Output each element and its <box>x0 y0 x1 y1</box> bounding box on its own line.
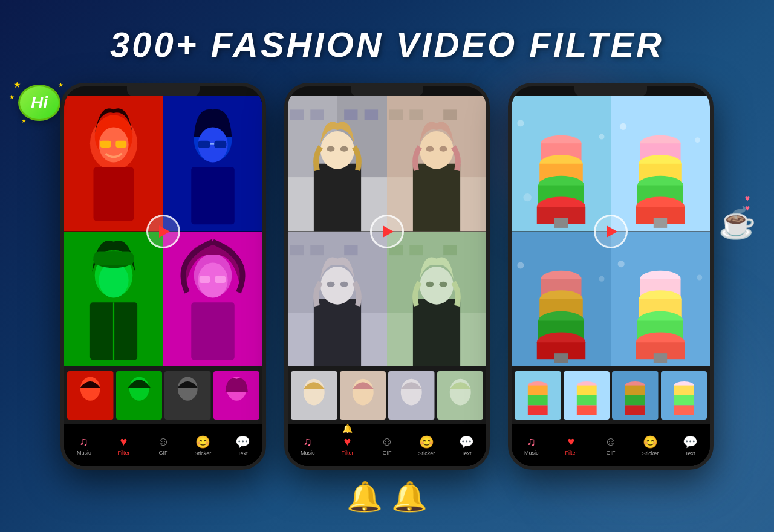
svg-rect-144 <box>528 385 548 395</box>
phones-container: ♫ Music ♥ Filter ☺ GIF 😊 Sticker 💬 T <box>0 83 774 470</box>
thumbnail-strip-2 <box>288 366 486 424</box>
video-grid-1 <box>64 96 262 366</box>
grid-cell-3-4 <box>611 232 710 367</box>
nav-sticker-1[interactable]: 😊 Sticker <box>188 435 218 456</box>
nav-music-1[interactable]: ♫ Music <box>69 435 99 456</box>
nav-gif-label-2: GIF <box>382 450 391 456</box>
bell-left: 🔔 <box>346 480 383 514</box>
nav-text-1[interactable]: 💬 Text <box>227 435 258 456</box>
thumbnail-3-4[interactable] <box>661 371 707 420</box>
gif-icon-2: ☺ <box>381 435 393 449</box>
svg-point-61 <box>320 267 354 305</box>
svg-rect-141 <box>654 353 667 363</box>
svg-point-70 <box>420 267 454 305</box>
music-icon-3: ♫ <box>527 435 536 449</box>
bell-right: 🔔 <box>391 480 428 514</box>
sticker-icon-3: 😊 <box>643 435 658 449</box>
play-button-2[interactable] <box>370 215 404 248</box>
thumbnail-1[interactable] <box>67 371 114 420</box>
svg-rect-25 <box>215 276 226 282</box>
cup-sticker: ♥♥ ☕ <box>718 206 756 241</box>
svg-rect-155 <box>625 395 645 405</box>
svg-rect-24 <box>200 276 210 282</box>
svg-rect-48 <box>389 109 403 120</box>
thumbnail-3-3[interactable] <box>612 371 659 420</box>
nav-sticker-label: Sticker <box>195 450 212 456</box>
svg-rect-160 <box>674 395 694 405</box>
nav-gif-1[interactable]: ☺ GIF <box>148 435 178 456</box>
svg-point-32 <box>178 377 198 400</box>
svg-rect-26 <box>191 302 235 360</box>
nav-music-2[interactable]: ♫ Music <box>293 435 323 456</box>
svg-point-128 <box>618 261 625 267</box>
svg-point-54 <box>439 146 447 152</box>
nav-sticker-2[interactable]: 😊 Sticker <box>412 435 442 456</box>
text-icon-3: 💬 <box>683 435 698 449</box>
nav-filter-label-3: Filter <box>565 450 577 456</box>
nav-text-label-2: Text <box>461 450 472 456</box>
svg-point-43 <box>320 131 354 169</box>
gif-icon-3: ☺ <box>605 435 617 449</box>
video-grid-2 <box>288 96 486 366</box>
play-button-3[interactable] <box>594 215 628 248</box>
grid-cell-2-2 <box>387 96 486 232</box>
thumbnail-3-1[interactable] <box>515 371 561 420</box>
svg-rect-11 <box>214 141 226 148</box>
thumbnail-4[interactable] <box>213 371 260 420</box>
svg-rect-111 <box>654 218 667 228</box>
nav-filter-1[interactable]: ♥ Filter <box>108 435 138 456</box>
thumbnail-2-3[interactable] <box>388 371 435 420</box>
thumbnail-3-2[interactable] <box>564 371 610 420</box>
svg-point-113 <box>517 262 524 268</box>
svg-rect-126 <box>554 353 568 363</box>
bell-deco: 🔔 <box>342 424 353 433</box>
phone-notch-3 <box>574 86 647 96</box>
thumbnail-2[interactable] <box>116 371 163 420</box>
hi-bubble: Hi <box>18 85 60 121</box>
svg-rect-42 <box>314 164 361 232</box>
bottom-nav-3: ♫ Music ♥ Filter ☺ GIF 😊 Sticker 💬 T <box>512 424 710 466</box>
phone-notch-2 <box>351 86 423 96</box>
nav-text-2[interactable]: 💬 Text <box>451 435 481 456</box>
nav-filter-2[interactable]: ♥ Filter 🔔 <box>332 435 362 456</box>
thumbnail-2-2[interactable] <box>340 371 386 420</box>
nav-filter-3[interactable]: ♥ Filter <box>556 435 586 456</box>
nav-sticker-label-2: Sticker <box>418 450 435 456</box>
nav-sticker-3[interactable]: 😊 Sticker <box>636 435 666 456</box>
svg-rect-6 <box>93 167 134 221</box>
grid-cell-3-3 <box>512 232 611 367</box>
nav-gif-3[interactable]: ☺ GIF <box>596 435 626 456</box>
nav-text-label-3: Text <box>685 450 695 456</box>
nav-text-label: Text <box>238 450 248 456</box>
svg-rect-154 <box>625 385 645 395</box>
svg-rect-149 <box>576 385 596 395</box>
svg-point-53 <box>426 146 434 152</box>
svg-rect-156 <box>625 405 645 415</box>
svg-rect-145 <box>528 395 548 405</box>
nav-gif-label: GIF <box>158 450 167 456</box>
svg-point-28 <box>80 377 100 400</box>
bottom-nav-2: ♫ Music ♥ Filter 🔔 ☺ GIF 😊 Sticker <box>288 424 486 466</box>
thumbnail-2-4[interactable] <box>437 371 484 420</box>
svg-rect-39 <box>310 109 324 120</box>
svg-rect-146 <box>528 405 548 415</box>
nav-text-3[interactable]: 💬 Text <box>675 435 705 456</box>
grid-cell-2-3 <box>288 232 387 367</box>
thumbnail-2-1[interactable] <box>291 371 337 420</box>
svg-rect-161 <box>674 405 694 415</box>
svg-rect-10 <box>198 141 210 148</box>
play-button-1[interactable] <box>146 215 180 248</box>
thumbnail-3[interactable] <box>164 371 211 420</box>
nav-gif-2[interactable]: ☺ GIF <box>372 435 402 456</box>
thumbnail-strip-1 <box>64 366 262 424</box>
nav-music-label: Music <box>77 450 91 456</box>
nav-gif-label-3: GIF <box>606 450 615 456</box>
hi-sticker: ★ ★ ★ ★ Hi <box>18 85 79 133</box>
text-icon: 💬 <box>235 435 250 449</box>
svg-point-114 <box>599 276 605 281</box>
nav-music-3[interactable]: ♫ Music <box>516 435 547 456</box>
svg-point-98 <box>620 123 626 130</box>
bottom-nav-1: ♫ Music ♥ Filter ☺ GIF 😊 Sticker 💬 T <box>64 424 262 466</box>
grid-cell-2-1 <box>288 96 387 232</box>
svg-point-62 <box>327 281 334 287</box>
